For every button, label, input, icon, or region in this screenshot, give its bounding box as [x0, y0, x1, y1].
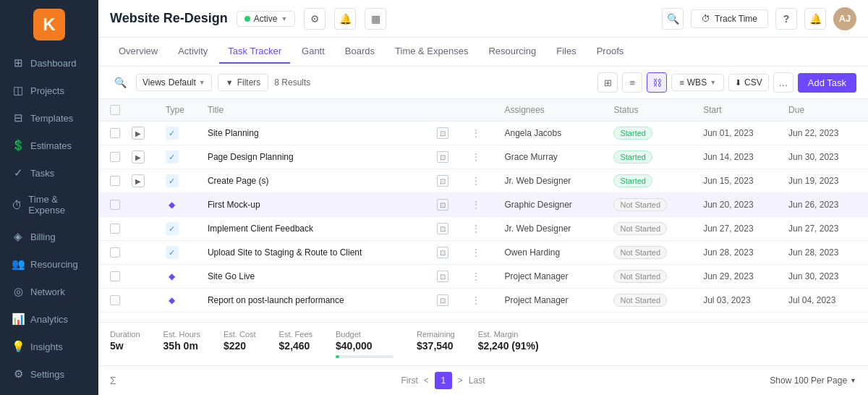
- row-assignee-cell: Graphic Designer: [498, 193, 608, 217]
- sidebar-item-templates[interactable]: ⊟ Templates: [0, 104, 98, 132]
- sidebar-item-projects[interactable]: ◫ Projects: [0, 77, 98, 104]
- row-checkbox[interactable]: [110, 247, 120, 258]
- table-row: ▶ ✓ Create Page (s) ⊡ ⋮ Jr. Web Designer…: [98, 169, 868, 193]
- sidebar-item-insights[interactable]: 💡 Insights: [0, 333, 98, 360]
- expand-row-button[interactable]: ▶: [132, 150, 145, 163]
- row-more-button[interactable]: ⋮: [469, 247, 483, 258]
- layout-button[interactable]: ▦: [365, 8, 386, 30]
- app-logo[interactable]: K: [33, 9, 65, 41]
- row-start-cell: Jul 03, 2023: [697, 289, 783, 313]
- row-page-icon-cell: ⊡: [431, 217, 463, 241]
- sigma-button[interactable]: Σ: [110, 375, 116, 386]
- link-view-button[interactable]: ⛓: [647, 72, 667, 93]
- row-checkbox[interactable]: [110, 295, 120, 305]
- gear-button[interactable]: ⚙: [304, 8, 326, 30]
- sidebar-item-dashboard[interactable]: ⊞ Dashboard: [0, 49, 98, 77]
- row-start-cell: Jun 01, 2023: [697, 122, 783, 145]
- add-task-button[interactable]: Add Task: [798, 73, 856, 93]
- sidebar-item-billing[interactable]: ◈ Billing: [0, 223, 98, 250]
- notification-button[interactable]: 🔔: [804, 8, 826, 30]
- row-more-button[interactable]: ⋮: [469, 200, 483, 210]
- row-more-button[interactable]: ⋮: [469, 295, 483, 305]
- grid-view-button[interactable]: ⊞: [597, 72, 618, 93]
- row-due-cell: Jun 30, 2023: [783, 265, 868, 289]
- page-detail-icon[interactable]: ⊡: [437, 175, 448, 187]
- sidebar-item-time-expense[interactable]: ⏱ Time & Expense: [0, 187, 98, 223]
- last-page-button[interactable]: Last: [469, 375, 485, 386]
- table-header-row: Type Title Assignees Status Start Due: [98, 99, 868, 122]
- col-title: Title: [202, 99, 431, 122]
- more-options-button[interactable]: …: [773, 72, 793, 93]
- csv-button[interactable]: ⬇ CSV: [728, 74, 769, 91]
- expand-row-button[interactable]: ▶: [132, 174, 145, 187]
- row-status-cell: Started: [608, 145, 697, 169]
- sidebar-item-settings[interactable]: ⚙ Settings: [0, 360, 98, 388]
- prev-page-button[interactable]: <: [424, 375, 429, 386]
- page-detail-icon[interactable]: ⊡: [437, 271, 448, 282]
- row-checkbox[interactable]: [110, 224, 120, 234]
- row-checkbox[interactable]: [110, 176, 120, 186]
- filter-label: Filters: [237, 77, 261, 88]
- row-more-button[interactable]: ⋮: [469, 128, 483, 138]
- tab-overview[interactable]: Overview: [110, 40, 166, 64]
- row-title-cell: Upload Site to Staging & Route to Client: [202, 241, 431, 265]
- tab-task-tracker[interactable]: Task Tracker: [219, 40, 290, 64]
- duration-label: Duration: [110, 330, 140, 339]
- page-detail-icon[interactable]: ⊡: [437, 199, 448, 211]
- row-checkbox[interactable]: [110, 200, 120, 210]
- views-select[interactable]: Views Default ▼: [136, 74, 212, 91]
- page-detail-icon[interactable]: ⊡: [437, 247, 448, 258]
- toolbar-right: ⊞ ≡ ⛓ ≡ WBS ▼ ⬇ CSV … Add Task: [597, 72, 856, 93]
- row-checkbox[interactable]: [110, 128, 120, 138]
- search-button[interactable]: 🔍: [662, 8, 684, 30]
- first-page-button[interactable]: First: [401, 375, 417, 386]
- tab-resourcing[interactable]: Resourcing: [480, 40, 545, 64]
- help-button[interactable]: ?: [775, 8, 797, 30]
- row-due-cell: Jun 22, 2023: [783, 122, 868, 145]
- toolbar-search-button[interactable]: 🔍: [110, 72, 130, 93]
- row-expand-cell: ▶: [126, 122, 160, 145]
- tab-gantt[interactable]: Gantt: [293, 40, 333, 64]
- row-checkbox[interactable]: [110, 271, 120, 281]
- bell-button[interactable]: 🔔: [334, 8, 356, 30]
- row-more-button[interactable]: ⋮: [469, 176, 483, 186]
- select-all-checkbox[interactable]: [110, 105, 120, 115]
- sidebar-item-tasks[interactable]: ✓ Tasks: [0, 159, 98, 187]
- row-checkbox-cell: [98, 241, 126, 265]
- avatar[interactable]: AJ: [833, 7, 856, 30]
- row-status-cell: Not Started: [608, 265, 697, 289]
- row-more-button[interactable]: ⋮: [469, 152, 483, 162]
- sidebar-item-network[interactable]: ◎ Network: [0, 278, 98, 305]
- tab-proofs[interactable]: Proofs: [588, 40, 633, 64]
- row-due-cell: Jun 19, 2023: [783, 169, 868, 193]
- expand-row-button[interactable]: ▶: [132, 127, 145, 140]
- row-status-cell: Started: [608, 169, 697, 193]
- sidebar-item-estimates[interactable]: 💲 Estimates: [0, 132, 98, 159]
- row-checkbox[interactable]: [110, 152, 120, 162]
- row-status-cell: Started: [608, 122, 697, 145]
- tab-files[interactable]: Files: [548, 40, 584, 64]
- status-badge[interactable]: Active ▼: [237, 11, 296, 27]
- track-time-button[interactable]: ⏱ Track Time: [691, 9, 768, 28]
- page-detail-icon[interactable]: ⊡: [437, 127, 448, 139]
- next-page-button[interactable]: >: [458, 375, 463, 386]
- row-status-cell: Not Started: [608, 289, 697, 313]
- wbs-button[interactable]: ≡ WBS ▼: [671, 74, 724, 91]
- row-status-cell: Not Started: [608, 241, 697, 265]
- tab-activity[interactable]: Activity: [169, 40, 216, 64]
- row-more-button[interactable]: ⋮: [469, 224, 483, 234]
- page-detail-icon[interactable]: ⊡: [437, 223, 448, 234]
- list-view-button[interactable]: ≡: [622, 72, 642, 93]
- page-detail-icon[interactable]: ⊡: [437, 294, 448, 306]
- tab-boards[interactable]: Boards: [336, 40, 383, 64]
- row-more-button[interactable]: ⋮: [469, 271, 483, 281]
- per-page-select[interactable]: Show 100 Per Page ▼: [770, 375, 856, 386]
- filter-button[interactable]: ▼ Filters: [218, 74, 269, 91]
- est-hours-summary: Est. Hours 35h 0m: [163, 330, 200, 358]
- sidebar-item-analytics[interactable]: 📊 Analytics: [0, 305, 98, 333]
- tab-time-expenses[interactable]: Time & Expenses: [386, 40, 477, 64]
- row-start-cell: Jun 29, 2023: [697, 265, 783, 289]
- sidebar-item-resourcing[interactable]: 👥 Resourcing: [0, 250, 98, 278]
- page-detail-icon[interactable]: ⊡: [437, 151, 448, 163]
- col-page-icon: [431, 99, 463, 122]
